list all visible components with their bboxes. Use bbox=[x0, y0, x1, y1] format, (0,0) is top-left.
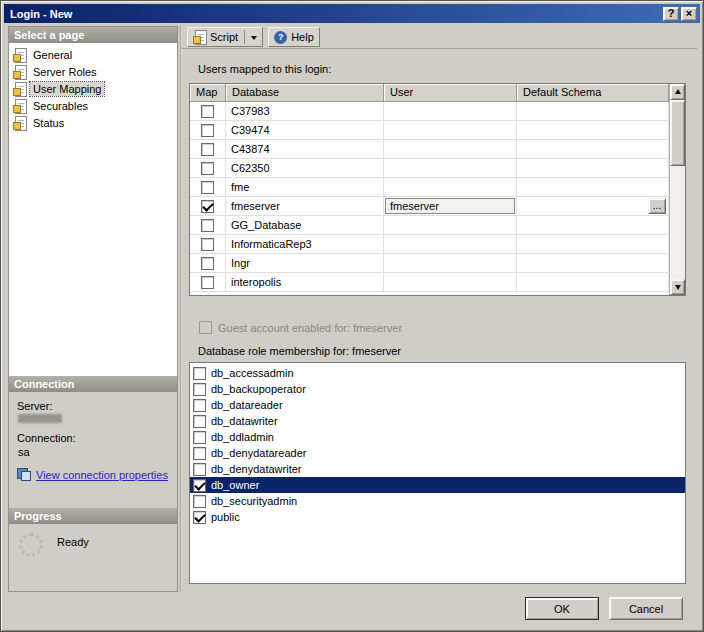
user-cell bbox=[384, 159, 517, 178]
column-header-database[interactable]: Database bbox=[226, 84, 384, 102]
page-label: Status bbox=[30, 116, 67, 130]
table-row[interactable]: fmeserver fmeserver ... bbox=[190, 197, 669, 216]
view-connection-row: View connection properties bbox=[17, 468, 171, 481]
role-checkbox[interactable] bbox=[193, 431, 206, 444]
role-checkbox[interactable] bbox=[193, 511, 206, 524]
role-checkbox[interactable] bbox=[193, 383, 206, 396]
role-checkbox[interactable] bbox=[193, 367, 206, 380]
page-icon bbox=[13, 65, 26, 79]
role-checkbox[interactable] bbox=[193, 447, 206, 460]
map-checkbox[interactable] bbox=[201, 276, 214, 289]
progress-spinner-icon bbox=[19, 533, 43, 557]
map-checkbox[interactable] bbox=[201, 143, 214, 156]
database-cell: C37983 bbox=[226, 102, 384, 121]
user-editor[interactable]: fmeserver bbox=[385, 198, 515, 214]
user-editor-text: fmeserver bbox=[390, 200, 439, 212]
titlebar[interactable]: Login - New ? × bbox=[4, 4, 700, 23]
role-item[interactable]: db_datareader bbox=[190, 397, 685, 413]
scroll-up-button[interactable] bbox=[670, 84, 685, 100]
page-icon bbox=[13, 99, 26, 113]
role-label: db_backupoperator bbox=[211, 383, 306, 395]
role-item[interactable]: db_owner bbox=[190, 477, 685, 493]
sidebar-page-item[interactable]: General bbox=[9, 46, 177, 63]
user-mapping-grid: Map Database User Default Schema C37983 bbox=[189, 83, 686, 296]
grid-scrollbar[interactable] bbox=[669, 84, 685, 295]
scroll-down-button[interactable] bbox=[670, 279, 685, 295]
view-connection-properties-link[interactable]: View connection properties bbox=[36, 469, 168, 481]
table-row[interactable]: C39474 bbox=[190, 121, 669, 140]
map-cell bbox=[190, 273, 226, 292]
map-checkbox[interactable] bbox=[201, 238, 214, 251]
role-item[interactable]: db_datawriter bbox=[190, 413, 685, 429]
scrollbar-track[interactable] bbox=[670, 100, 685, 279]
column-header-user[interactable]: User bbox=[384, 84, 517, 102]
role-item[interactable]: db_denydatawriter bbox=[190, 461, 685, 477]
sidebar-page-item[interactable]: User Mapping bbox=[9, 80, 177, 97]
database-cell: C62350 bbox=[226, 159, 384, 178]
user-cell bbox=[384, 178, 517, 197]
sidebar-page-item[interactable]: Status bbox=[9, 114, 177, 131]
guest-label: Guest account enabled for: fmeserver bbox=[218, 322, 402, 334]
role-checkbox[interactable] bbox=[193, 495, 206, 508]
user-cell bbox=[384, 102, 517, 121]
connection-section: Server: Connection: sa View connection p… bbox=[9, 392, 177, 508]
role-item[interactable]: db_backupoperator bbox=[190, 381, 685, 397]
schema-cell bbox=[517, 140, 669, 159]
sidebar-page-item[interactable]: Securables bbox=[9, 97, 177, 114]
help-button[interactable]: ? bbox=[663, 7, 679, 21]
role-label: db_denydatawriter bbox=[211, 463, 302, 475]
role-checkbox[interactable] bbox=[193, 415, 206, 428]
role-item[interactable]: db_ddladmin bbox=[190, 429, 685, 445]
role-membership-label: Database role membership for: fmeserver bbox=[198, 345, 401, 357]
map-checkbox[interactable] bbox=[201, 162, 214, 175]
close-button[interactable]: × bbox=[681, 7, 697, 21]
scrollbar-thumb[interactable] bbox=[670, 100, 685, 166]
map-checkbox[interactable] bbox=[201, 219, 214, 232]
role-item[interactable]: db_denydatareader bbox=[190, 445, 685, 461]
role-item[interactable]: db_accessadmin bbox=[190, 365, 685, 381]
browse-button[interactable]: ... bbox=[648, 198, 666, 214]
chevron-down-icon[interactable] bbox=[251, 36, 257, 43]
map-cell bbox=[190, 178, 226, 197]
role-item[interactable]: public bbox=[190, 509, 685, 525]
table-row[interactable]: Ingr bbox=[190, 254, 669, 273]
map-cell bbox=[190, 235, 226, 254]
ok-button[interactable]: OK bbox=[525, 597, 599, 620]
help-toolbar-button[interactable]: Help bbox=[268, 27, 320, 47]
progress-section: Ready bbox=[9, 524, 177, 591]
role-checkbox[interactable] bbox=[193, 479, 206, 492]
user-cell bbox=[384, 273, 517, 292]
table-row[interactable]: C37983 bbox=[190, 102, 669, 121]
table-row[interactable]: InformaticaRep3 bbox=[190, 235, 669, 254]
page-list: General Server Roles User Mapping Secura… bbox=[9, 43, 177, 376]
column-header-map[interactable]: Map bbox=[190, 84, 226, 102]
map-cell bbox=[190, 102, 226, 121]
script-button[interactable]: Script bbox=[187, 27, 263, 47]
schema-cell bbox=[517, 254, 669, 273]
database-cell: interopolis bbox=[226, 273, 384, 292]
table-row[interactable]: GG_Database bbox=[190, 216, 669, 235]
map-checkbox[interactable] bbox=[201, 200, 214, 213]
database-cell: fmeserver bbox=[226, 197, 384, 216]
login-new-dialog: Login - New ? × Select a page General Se… bbox=[0, 0, 704, 632]
table-row[interactable]: C62350 bbox=[190, 159, 669, 178]
map-checkbox[interactable] bbox=[201, 257, 214, 270]
user-cell: fmeserver bbox=[384, 197, 517, 216]
page-label: Server Roles bbox=[30, 65, 100, 79]
table-row[interactable]: C43874 bbox=[190, 140, 669, 159]
table-row[interactable]: interopolis bbox=[190, 273, 669, 292]
user-cell bbox=[384, 254, 517, 273]
role-label: db_datareader bbox=[211, 399, 283, 411]
role-checkbox[interactable] bbox=[193, 399, 206, 412]
sidebar-page-item[interactable]: Server Roles bbox=[9, 63, 177, 80]
map-checkbox[interactable] bbox=[201, 124, 214, 137]
cancel-button[interactable]: Cancel bbox=[609, 597, 683, 620]
map-checkbox[interactable] bbox=[201, 105, 214, 118]
role-checkbox[interactable] bbox=[193, 463, 206, 476]
connection-properties-icon bbox=[17, 468, 31, 481]
role-item[interactable]: db_securityadmin bbox=[190, 493, 685, 509]
column-header-default-schema[interactable]: Default Schema bbox=[517, 84, 669, 102]
map-checkbox[interactable] bbox=[201, 181, 214, 194]
table-row[interactable]: fme bbox=[190, 178, 669, 197]
arrow-down-icon bbox=[675, 285, 681, 293]
